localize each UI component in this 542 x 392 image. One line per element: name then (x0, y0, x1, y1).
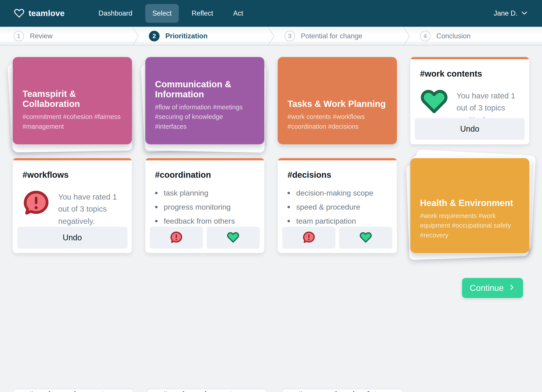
topic-card-decisions: #decisions decision-making scope speed &… (278, 158, 397, 253)
topic-title: #work contents (420, 69, 520, 79)
chevron-separator-icon (131, 27, 140, 46)
category-color-bar (13, 158, 132, 160)
topic-card-cut-off[interactable]: #occupational safety (282, 389, 402, 392)
category-title: Tasks & Work Planning (287, 99, 387, 109)
category-title: Health & Environment (420, 198, 520, 208)
step-label: Conclusion (436, 32, 471, 40)
top-navbar: teamlove Dashboard Select Reflect Act Ja… (0, 0, 542, 27)
bullet-icon (287, 220, 290, 222)
bullet-item: decision-making scope (296, 189, 373, 197)
bullet-item: feedback from others (164, 217, 235, 226)
rate-positive-button[interactable] (206, 227, 260, 249)
stepper: 1 Review 2 Prioritization 3 Potential fo… (0, 27, 542, 46)
nav-item-act[interactable]: Act (226, 4, 250, 23)
topic-card-cut-off[interactable]: #work requirements (13, 389, 133, 392)
bullet-item: team participation (296, 217, 356, 226)
category-title: Teamspirit & Collaboration (22, 89, 122, 109)
nav-links: Dashboard Select Reflect Act (91, 4, 250, 23)
category-tags: #work contents #workflows #coordination … (287, 112, 387, 131)
step-conclusion[interactable]: 4 Conclusion (406, 27, 542, 45)
chevron-separator-icon (266, 27, 276, 46)
topic-bullet-list: decision-making scope speed & procedure … (287, 189, 387, 226)
topic-title: #work requirements (28, 390, 133, 392)
undo-button[interactable]: Undo (17, 227, 127, 249)
bullet-icon (155, 220, 157, 222)
category-color-bar (278, 158, 397, 160)
card-cell: Communication & Information #flow of inf… (145, 57, 265, 144)
topic-title: #work equipment (163, 390, 267, 392)
heart-icon (359, 231, 372, 244)
bullet-icon (287, 206, 290, 208)
category-card-tasks[interactable]: Tasks & Work Planning #work contents #wo… (278, 57, 397, 144)
step-label: Review (30, 32, 53, 40)
category-card-communication[interactable]: Communication & Information #flow of inf… (145, 57, 265, 144)
card-cell: Teamspirit & Collaboration #commitment #… (13, 57, 132, 144)
card-board: Teamspirit & Collaboration #commitment #… (0, 46, 542, 253)
brand[interactable]: teamlove (14, 8, 65, 19)
rating-message: You have rated 1 out of 3 topics negativ… (58, 189, 122, 227)
alert-bubble-icon (22, 189, 50, 218)
heart-icon (227, 231, 240, 244)
topic-title: #occupational safety (298, 390, 402, 392)
category-tags: #work requirements #work equipment #occu… (420, 211, 520, 240)
step-number: 4 (420, 31, 431, 41)
step-number: 2 (149, 31, 160, 41)
user-name: Jane D. (494, 9, 517, 17)
rate-positive-button[interactable] (339, 227, 392, 249)
brand-name: teamlove (28, 9, 65, 18)
category-tags: #commitment #cohesion #fairness #managem… (22, 112, 122, 131)
step-number: 3 (284, 31, 295, 41)
step-number: 1 (13, 31, 24, 41)
user-menu[interactable]: Jane D. (494, 9, 528, 18)
undo-button[interactable]: Undo (415, 118, 525, 140)
step-potential-for-change[interactable]: 3 Potential for change (271, 27, 406, 45)
card-cell: Health & Environment #work requirements … (410, 158, 530, 253)
topic-card-workflows: #workflows You have rated 1 out of 3 top… (13, 158, 132, 253)
card-cell: #workflows You have rated 1 out of 3 top… (13, 158, 132, 253)
bullet-item: task planning (164, 189, 208, 197)
alert-bubble-icon (302, 231, 315, 245)
continue-button[interactable]: Continue (462, 278, 523, 298)
alert-bubble-icon (170, 231, 183, 245)
card-cell: #decisions decision-making scope speed &… (278, 158, 397, 253)
topic-bullet-list: task planning progress monitoring feedba… (155, 189, 255, 226)
bullet-icon (287, 192, 290, 194)
heart-logo-icon (14, 8, 25, 19)
category-title: Communication & Information (155, 79, 255, 99)
nav-item-reflect[interactable]: Reflect (184, 4, 220, 23)
bullet-icon (155, 206, 157, 208)
topic-title: #decisions (287, 170, 387, 180)
category-card-health[interactable]: Health & Environment #work requirements … (410, 158, 530, 253)
bullet-item: speed & procedure (296, 203, 360, 211)
topic-title: #workflows (22, 170, 122, 180)
chevron-down-icon (520, 9, 528, 18)
step-label: Potential for change (301, 32, 362, 40)
topic-card-cut-off[interactable]: #work equipment (147, 389, 267, 392)
step-review[interactable]: 1 Review (0, 27, 136, 45)
step-label: Prioritization (165, 32, 207, 40)
nav-item-select[interactable]: Select (145, 4, 179, 23)
topic-card-coordination: #coordination task planning progress mon… (145, 158, 265, 253)
topic-card-work-contents: #work contents You have rated 1 out of 3… (410, 57, 530, 144)
card-cell: Tasks & Work Planning #work contents #wo… (278, 57, 397, 144)
bullet-item: progress monitoring (164, 203, 231, 211)
bullet-icon (155, 192, 157, 194)
nav-item-dashboard[interactable]: Dashboard (91, 4, 140, 23)
rate-negative-button[interactable] (150, 227, 203, 249)
category-color-bar (145, 158, 265, 160)
rate-negative-button[interactable] (282, 227, 336, 249)
category-color-bar (410, 57, 530, 59)
category-card-teamspirit[interactable]: Teamspirit & Collaboration #commitment #… (13, 57, 132, 144)
card-cell: #work contents You have rated 1 out of 3… (410, 57, 530, 144)
chevron-right-icon (508, 283, 515, 293)
category-tags: #flow of information #meetings #securing… (155, 102, 255, 132)
card-cell: #coordination task planning progress mon… (145, 158, 265, 253)
chevron-separator-icon (402, 27, 411, 46)
topic-title: #coordination (155, 170, 255, 180)
step-prioritization[interactable]: 2 Prioritization (136, 27, 271, 45)
heart-icon (420, 88, 448, 116)
continue-label: Continue (470, 283, 504, 293)
